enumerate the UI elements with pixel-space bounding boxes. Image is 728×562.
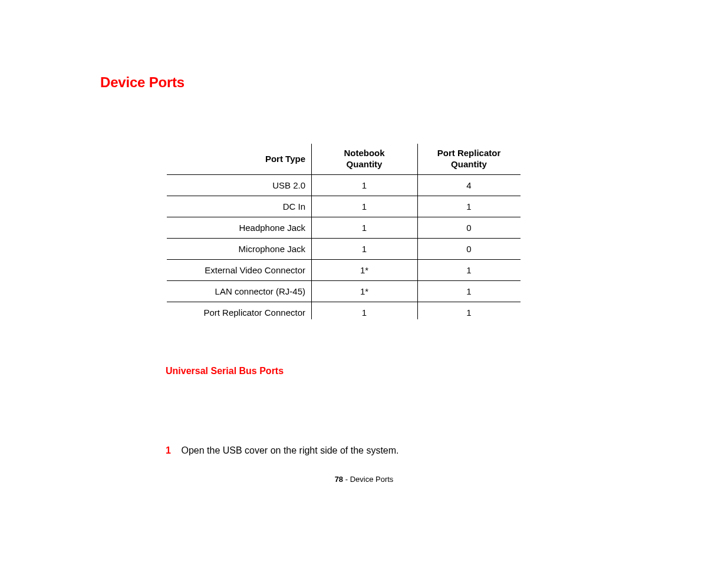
step-number: 1 <box>166 445 179 456</box>
page-footer: 78 - Device Ports <box>0 475 728 484</box>
notebook-qty: 1 <box>311 302 417 323</box>
table-divider-left <box>311 144 312 319</box>
table-row: DC In 1 1 <box>167 196 521 217</box>
table-divider-right <box>417 144 418 319</box>
notebook-qty: 1 <box>311 239 417 260</box>
header-replicator-qty: Port ReplicatorQuantity <box>417 144 521 175</box>
port-label: External Video Connector <box>167 260 311 281</box>
replicator-qty: 0 <box>417 217 521 239</box>
replicator-qty: 4 <box>417 175 521 196</box>
replicator-qty: 1 <box>417 196 521 217</box>
header-port-type: Port Type <box>167 144 311 175</box>
port-label: Port Replicator Connector <box>167 302 311 323</box>
replicator-qty: 1 <box>417 260 521 281</box>
notebook-qty: 1 <box>311 217 417 239</box>
port-label: Microphone Jack <box>167 239 311 260</box>
table-header-row: Port Type NotebookQuantity Port Replicat… <box>167 144 521 175</box>
step-text: Open the USB cover on the right side of … <box>181 445 398 455</box>
port-label: LAN connector (RJ-45) <box>167 281 311 302</box>
section-subheading: Universal Serial Bus Ports <box>166 366 284 376</box>
replicator-qty: 1 <box>417 281 521 302</box>
port-label: Headphone Jack <box>167 217 311 239</box>
port-label: DC In <box>167 196 311 217</box>
document-page: Device Ports Port Type NotebookQuantity … <box>0 0 728 562</box>
footer-separator: - <box>343 475 350 484</box>
table-row: USB 2.0 1 4 <box>167 175 521 196</box>
step-item: 1 Open the USB cover on the right side o… <box>166 445 399 456</box>
table-row: External Video Connector 1* 1 <box>167 260 521 281</box>
ports-table-container: Port Type NotebookQuantity Port Replicat… <box>167 144 521 323</box>
port-label: USB 2.0 <box>167 175 311 196</box>
header-notebook-qty: NotebookQuantity <box>311 144 417 175</box>
footer-section-name: Device Ports <box>350 475 394 484</box>
table-row: Port Replicator Connector 1 1 <box>167 302 521 323</box>
table-row: LAN connector (RJ-45) 1* 1 <box>167 281 521 302</box>
table-row: Headphone Jack 1 0 <box>167 217 521 239</box>
ports-table: Port Type NotebookQuantity Port Replicat… <box>167 144 521 323</box>
page-number: 78 <box>335 475 343 484</box>
page-heading: Device Ports <box>100 74 185 91</box>
replicator-qty: 0 <box>417 239 521 260</box>
replicator-qty: 1 <box>417 302 521 323</box>
notebook-qty: 1* <box>311 281 417 302</box>
notebook-qty: 1* <box>311 260 417 281</box>
table-row: Microphone Jack 1 0 <box>167 239 521 260</box>
notebook-qty: 1 <box>311 196 417 217</box>
notebook-qty: 1 <box>311 175 417 196</box>
